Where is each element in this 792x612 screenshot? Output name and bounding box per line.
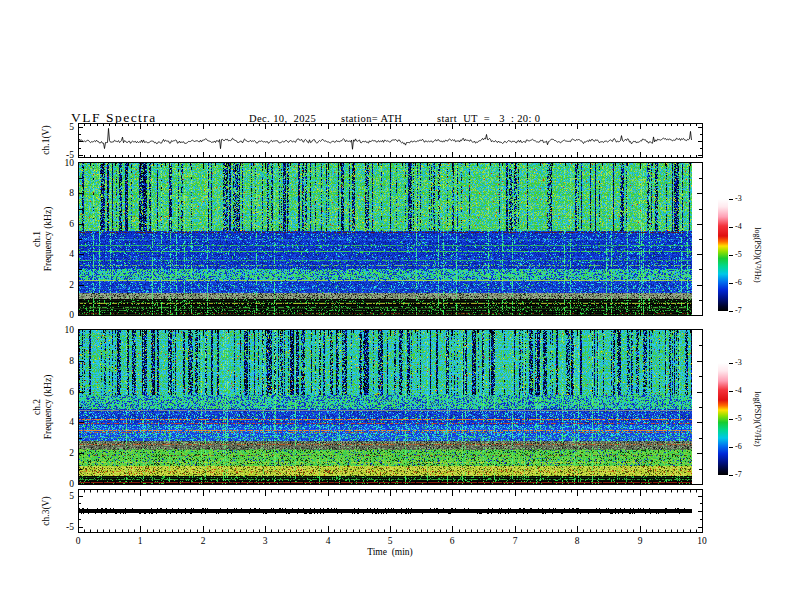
colorbar-tick	[729, 475, 733, 476]
x-tick-label: 4	[319, 536, 337, 546]
colorbar-tick	[729, 311, 733, 312]
x-tick-label: 2	[194, 536, 212, 546]
x-tick-label: 1	[131, 536, 149, 546]
ch3-voltage-tick-label: -5	[54, 522, 74, 532]
ch3-voltage-axis-label: ch.3(V)	[41, 496, 52, 525]
x-tick-label: 8	[568, 536, 586, 546]
ch2-axis-frequency: Frequency (kHz)	[43, 375, 53, 440]
colorbar-tick-label: -7	[735, 307, 742, 315]
x-tick-label: 5	[381, 536, 399, 546]
colorbar-tick-label: -4	[735, 223, 742, 231]
x-tick-label: 7	[506, 536, 524, 546]
ch2-axis-channel: ch.2	[32, 399, 42, 415]
time-axis-label: Time (min)	[315, 547, 465, 557]
colorbar-tick	[729, 391, 733, 392]
colorbar-tick	[729, 255, 733, 256]
ch2-frequency-tick-label: 4	[54, 417, 74, 427]
ch1-frequency-tick-label: 2	[54, 280, 74, 290]
colorbar-tick	[729, 447, 733, 448]
ch1-voltage-axis-label: ch.1(V)	[41, 125, 52, 154]
x-tick-label: 3	[256, 536, 274, 546]
ch3-waveform-panel	[78, 489, 703, 533]
x-tick-label: 0	[69, 536, 87, 546]
x-tick-label: 10	[693, 536, 711, 546]
colorbar-tick	[729, 283, 733, 284]
colorbar-tick-label: -7	[735, 471, 742, 479]
colorbar-ch1	[718, 199, 728, 311]
colorbar-tick	[729, 227, 733, 228]
colorbar-tick-label: -6	[735, 443, 742, 451]
colorbar-tick-label: -5	[735, 251, 742, 259]
ch1-axis-frequency: Frequency (kHz)	[43, 207, 53, 272]
colorbar-ch1-label: log(PSD)(V²/Hz)	[752, 227, 762, 282]
ch1-axis-channel: ch.1	[32, 231, 42, 247]
colorbar-ch2	[718, 363, 728, 475]
colorbar-tick-label: -4	[735, 387, 742, 395]
ch1-frequency-tick-label: 6	[54, 219, 74, 229]
ch1-frequency-tick-label: 4	[54, 249, 74, 259]
ch2-frequency-tick-label: 10	[54, 325, 74, 335]
ch2-frequency-tick-label: 2	[54, 448, 74, 458]
ch2-frequency-tick-label: 0	[54, 479, 74, 489]
ch1-frequency-tick-label: 0	[54, 310, 74, 320]
ch2-frequency-tick-label: 6	[54, 387, 74, 397]
ch2-spectrogram-panel	[78, 329, 703, 485]
ch2-frequency-tick-label: 8	[54, 356, 74, 366]
x-tick-label: 6	[443, 536, 461, 546]
ch1-frequency-axis-label: ch.1Frequency (kHz)	[32, 207, 55, 272]
ch1-voltage-tick-label: 5	[54, 122, 74, 132]
ch1-spectrogram-panel	[78, 162, 703, 316]
colorbar-tick	[729, 363, 733, 364]
colorbar-ch2-label: log(PSD)(V²/Hz)	[752, 391, 762, 446]
ch1-frequency-tick-label: 8	[54, 188, 74, 198]
colorbar-tick	[729, 199, 733, 200]
ch2-frequency-axis-label: ch.2Frequency (kHz)	[32, 375, 55, 440]
colorbar-tick-label: -6	[735, 279, 742, 287]
colorbar-tick-label: -5	[735, 415, 742, 423]
colorbar-tick-label: -3	[735, 359, 742, 367]
vlf-spectra-figure: VLF Spectra Dec. 10, 2025 station= ATH s…	[0, 0, 792, 612]
x-tick-label: 9	[631, 536, 649, 546]
colorbar-tick	[729, 419, 733, 420]
ch3-voltage-tick-label: 5	[54, 491, 74, 501]
ch1-frequency-tick-label: 10	[54, 158, 74, 168]
ch1-waveform-panel	[78, 123, 703, 158]
colorbar-tick-label: -3	[735, 195, 742, 203]
